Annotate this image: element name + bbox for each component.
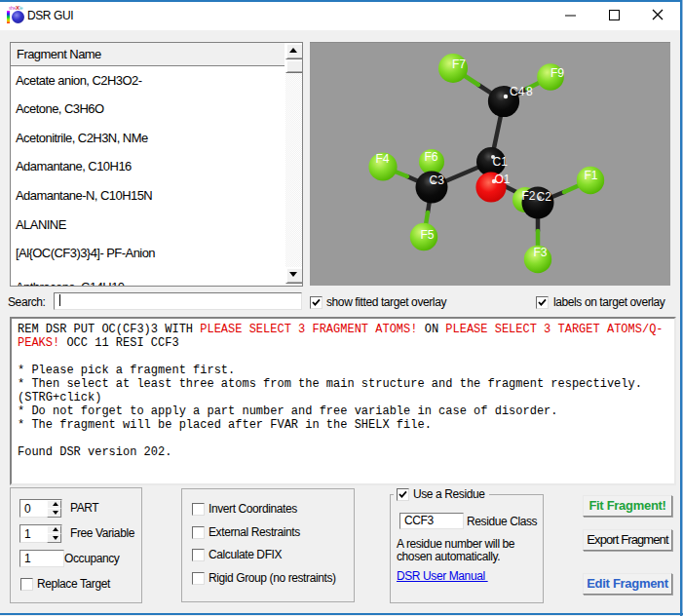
svg-text:F3: F3 xyxy=(534,246,548,259)
svg-text:C3: C3 xyxy=(430,173,445,187)
svg-text:C4: C4 xyxy=(510,85,525,98)
svg-text:F6: F6 xyxy=(425,150,438,164)
svg-text:F5: F5 xyxy=(421,228,435,242)
svg-text:C1: C1 xyxy=(493,155,509,169)
svg-text:F9: F9 xyxy=(550,66,564,80)
svg-text:O1: O1 xyxy=(495,173,511,186)
svg-text:F7: F7 xyxy=(452,58,466,71)
svg-text:C2: C2 xyxy=(537,190,552,204)
svg-text:8: 8 xyxy=(526,85,533,98)
svg-text:F1: F1 xyxy=(585,169,598,182)
svg-text:F2: F2 xyxy=(522,189,536,203)
svg-text:le: le xyxy=(19,5,23,11)
svg-text:F4: F4 xyxy=(376,152,390,166)
